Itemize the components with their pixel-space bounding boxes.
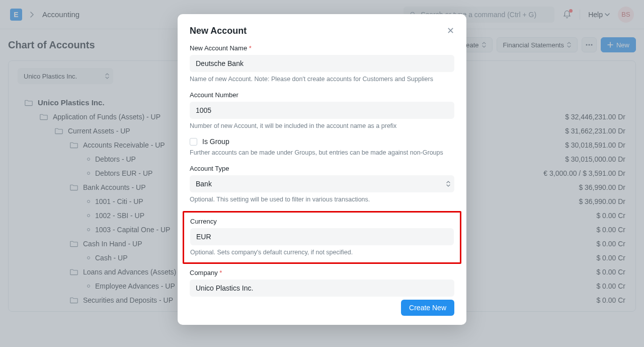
account-type-select[interactable]: Bank [190, 175, 454, 192]
is-group-help: Further accounts can be made under Group… [190, 149, 454, 158]
is-group-label: Is Group [202, 137, 229, 146]
currency-highlight: Currency Optional. Sets company's defaul… [183, 211, 461, 264]
modal-title: New Account [190, 26, 247, 36]
create-new-button[interactable]: Create New [401, 300, 454, 316]
account-name-help: Name of new Account. Note: Please don't … [190, 75, 454, 84]
account-name-input[interactable] [190, 55, 454, 72]
account-type-help: Optional. This setting will be used to f… [190, 195, 454, 204]
company-input[interactable] [190, 280, 454, 297]
company-label: Company * [190, 269, 454, 276]
account-number-label: Account Number [190, 91, 454, 99]
currency-help: Optional. Sets company's default currenc… [190, 248, 454, 257]
updown-icon [446, 181, 450, 187]
close-icon[interactable]: ✕ [447, 25, 454, 36]
is-group-checkbox[interactable] [190, 138, 197, 146]
new-account-modal: New Account ✕ New Account Name * Name of… [178, 14, 466, 325]
account-number-help: Number of new Account, it will be includ… [190, 122, 454, 131]
account-number-input[interactable] [190, 102, 454, 119]
currency-label: Currency [190, 218, 454, 225]
account-name-label: New Account Name * [190, 44, 454, 52]
currency-input[interactable] [190, 228, 454, 245]
account-type-label: Account Type [190, 165, 454, 172]
